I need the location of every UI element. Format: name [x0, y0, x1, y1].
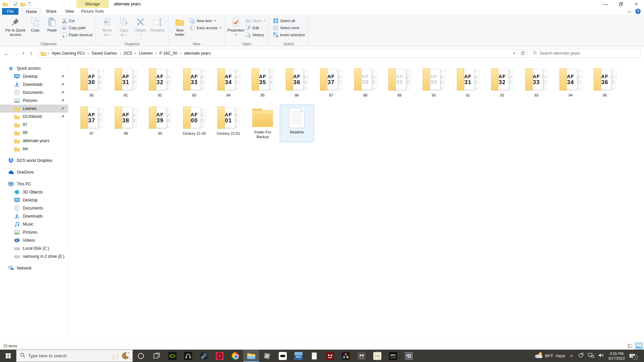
file-item-93[interactable]: AF33 AF33 93 — [519, 66, 553, 104]
file-item-97[interactable]: AF37 AF37 97 — [74, 105, 109, 142]
taskbar-app-file-explorer[interactable] — [243, 350, 259, 362]
file-item-91[interactable]: AF31 AF31 91 — [451, 66, 485, 104]
sidebar-item-documents[interactable]: Documents — [0, 204, 68, 212]
open-button[interactable]: Open▾ — [245, 18, 266, 23]
refresh-icon[interactable] — [518, 49, 527, 57]
address-bar[interactable]: ›Apex Gaming PCs›Saved Games›DCS›Liverie… — [38, 49, 527, 58]
large-icons-view-button[interactable] — [635, 343, 643, 349]
network-icon[interactable] — [588, 353, 594, 359]
taskbar-app-cortana[interactable] — [133, 350, 149, 362]
tab-home[interactable]: Home — [21, 8, 41, 15]
history-button[interactable]: History — [245, 32, 266, 38]
taskbar-app-nvidia[interactable] — [164, 350, 180, 362]
search-box[interactable] — [529, 49, 641, 58]
copy-button[interactable]: Copy — [27, 15, 44, 33]
sidebar-item-3d-objects[interactable]: 3D Objects — [0, 188, 68, 196]
forward-button[interactable]: → — [11, 49, 20, 58]
file-item-98[interactable]: AF38 AF38 98 — [109, 105, 143, 142]
rename-button[interactable]: Rename — [149, 15, 166, 33]
tray-overflow-chevron-icon[interactable] — [570, 354, 574, 358]
recent-locations-dropdown-icon[interactable]: ▾ — [21, 49, 26, 58]
close-button[interactable]: × — [629, 0, 644, 8]
file-item-82[interactable]: AF32 AF32 82 — [143, 66, 177, 104]
sidebar-item-music[interactable]: Music — [0, 220, 68, 228]
paste-button[interactable]: Paste — [44, 15, 60, 33]
move-to-button[interactable]: Moveto ▾ — [99, 15, 115, 37]
new-folder-button[interactable]: Newfolder — [171, 15, 188, 37]
start-button[interactable] — [0, 350, 16, 362]
taskbar-app-opera-gx[interactable] — [212, 350, 227, 362]
clock[interactable]: 8:55 PM 8/17/2022 — [608, 351, 625, 361]
file-item-99[interactable]: AF39 AF39 99 — [143, 105, 177, 142]
sidebar-item-liveries[interactable]: Liveries — [0, 105, 68, 113]
tab-share[interactable]: Share — [41, 8, 61, 15]
collapse-ribbon-icon[interactable] — [627, 8, 631, 14]
sidebar-item-desktop[interactable]: Desktop — [0, 72, 68, 80]
file-item-80[interactable]: AF30 AF30 80 — [74, 66, 109, 104]
taskbar-app-epic-games[interactable]: EPICGAMES — [385, 350, 401, 362]
back-button[interactable]: ← — [2, 49, 11, 58]
file-item-81[interactable]: AF31 AF31 81 — [109, 66, 143, 104]
tab-file[interactable]: File — [2, 8, 18, 15]
edit-button[interactable]: Edit — [245, 25, 266, 31]
new-item-button[interactable]: New item▾ — [189, 18, 222, 23]
details-view-button[interactable] — [626, 343, 634, 349]
weather-widget[interactable]: 96°F Haze — [535, 352, 566, 360]
file-item-readme[interactable]: Readme — [280, 105, 314, 142]
taskbar-app-fnaf[interactable] — [322, 350, 338, 362]
sidebar-section-dcs-world-dropbox[interactable]: DCS world Dropbox — [0, 157, 68, 165]
taskbar-app-dcs[interactable]: DCS — [290, 350, 306, 362]
sidebar-section-onedrive[interactable]: OneDrive — [0, 168, 68, 176]
up-button[interactable]: ↑ — [27, 49, 36, 58]
file-item-folder-for-backup[interactable]: Folder For Backup — [246, 105, 280, 142]
sidebar-section-quick-access[interactable]: Quick access — [0, 64, 68, 72]
search-highlight-art[interactable] — [111, 350, 132, 362]
sidebar-item-pictures[interactable]: Pictures — [0, 228, 68, 236]
copy-path-button[interactable]: Copy path — [61, 25, 93, 31]
sidebar-item-samsung-m-2-drive-e-[interactable]: samsung m.2 drive (E:) — [0, 252, 68, 260]
sidebar-item-downloads[interactable]: Downloads — [0, 80, 68, 88]
breadcrumb-segment[interactable]: Apex Gaming PCs — [50, 49, 87, 57]
sidebar-item-videos[interactable]: Videos — [0, 236, 68, 244]
sidebar-item-dcsworld[interactable]: DCSWorld — [0, 113, 68, 121]
sidebar-item-local-disk-c-[interactable]: Local Disk (C:) — [0, 244, 68, 252]
file-item-94[interactable]: AF34 AF34 94 — [553, 66, 588, 104]
file-item-85[interactable]: AF35 AF35 85 — [246, 66, 280, 104]
copy-to-button[interactable]: Copyto ▾ — [115, 15, 132, 37]
breadcrumb-segment[interactable]: Liveries — [137, 49, 155, 57]
file-item-89[interactable]: AF39 AF39 89 — [382, 66, 417, 104]
customize-qat-dropdown-icon[interactable]: ▾— — [28, 1, 31, 7]
pin-to-quick-access-button[interactable]: Pin to Quickaccess — [4, 15, 27, 37]
sidebar-item-alternate-years[interactable]: alternate years — [0, 137, 68, 145]
file-item-92[interactable]: AF32 AF32 92 — [485, 66, 519, 104]
breadcrumb-segment[interactable]: alternate years — [182, 49, 213, 57]
taskbar-search[interactable] — [16, 350, 133, 362]
taskbar-app-notepad-plus[interactable] — [369, 350, 385, 362]
taskbar-app-oculus[interactable] — [275, 350, 290, 362]
taskbar-app-headset-app[interactable] — [180, 350, 196, 362]
taskbar-app-steam[interactable] — [196, 350, 212, 362]
file-item-century-21-01[interactable]: AF01 AF01 Century 21-01 — [211, 105, 246, 142]
properties-qat-icon[interactable] — [13, 2, 18, 6]
paste-shortcut-button[interactable]: Paste shortcut — [61, 32, 93, 38]
new-folder-qat-icon[interactable] — [20, 2, 25, 6]
sidebar-section-network[interactable]: Network — [0, 264, 68, 272]
sidebar-section-this-pc[interactable]: This PC — [0, 180, 68, 188]
taskbar-app-davinci-resolve[interactable] — [338, 350, 354, 362]
sidebar-item-downloads[interactable]: Downloads — [0, 212, 68, 220]
breadcrumb-segment[interactable]: F-16C_50 — [157, 49, 179, 57]
sidebar-item-97[interactable]: 97 — [0, 121, 68, 129]
search-input[interactable] — [540, 51, 637, 56]
tab-view[interactable]: View — [61, 8, 78, 15]
taskbar-app-roblox[interactable] — [259, 350, 275, 362]
sidebar-item-desktop[interactable]: Desktop — [0, 196, 68, 204]
file-item-century-21-00[interactable]: AF00 AF00 Century 21-00 — [177, 105, 211, 142]
file-item-87[interactable]: AF37 AF37 87 — [314, 66, 348, 104]
sidebar-item-99[interactable]: 99 — [0, 129, 68, 137]
game-bar-icon[interactable] — [578, 353, 584, 359]
taskbar-app-chrome[interactable] — [227, 350, 243, 362]
taskbar-app-gimp[interactable] — [354, 350, 369, 362]
file-item-88[interactable]: AF38 AF38 88 — [348, 66, 382, 104]
taskbar-app-3d-app[interactable] — [401, 350, 417, 362]
volume-icon[interactable] — [598, 353, 604, 359]
